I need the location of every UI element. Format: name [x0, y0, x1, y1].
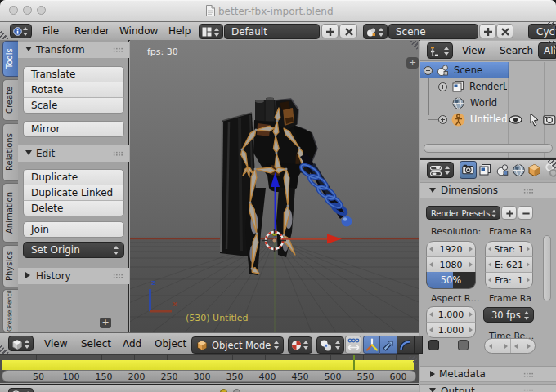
scale-button[interactable]: Scale: [23, 97, 124, 114]
aspect-x-field[interactable]: 1.000: [426, 306, 476, 323]
editor-type-selector-3dview[interactable]: [8, 336, 34, 351]
v3d-menu-select[interactable]: Select: [81, 338, 111, 350]
area-corner-icon[interactable]: [0, 29, 10, 39]
selectability-cursor-icon[interactable]: [529, 113, 540, 127]
tab-object[interactable]: [527, 163, 541, 177]
panel-header-edit[interactable]: Edit: [18, 145, 129, 162]
tab-create[interactable]: Create: [2, 79, 18, 121]
panel-header-metadata[interactable]: Metadata: [420, 366, 556, 382]
rotate-button[interactable]: Rotate: [23, 82, 124, 98]
frame-rate-dropdown[interactable]: 30 fps: [483, 307, 534, 323]
timeline[interactable]: 50 100 150 200 250 300 350 400 450 500 5…: [0, 355, 419, 383]
zoom-window-icon[interactable]: [37, 6, 46, 15]
keying-set-icon[interactable]: [233, 389, 240, 392]
collapse-icon[interactable]: [424, 66, 433, 75]
panel-grip-icon[interactable]: [113, 151, 123, 157]
scene-icon-button[interactable]: [363, 24, 388, 39]
viewport-shading-dropdown[interactable]: [288, 336, 312, 354]
visibility-eye-icon[interactable]: [509, 114, 522, 125]
remove-preset-button[interactable]: [518, 206, 533, 220]
expand-icon[interactable]: [438, 82, 447, 91]
join-button[interactable]: Join: [23, 221, 124, 238]
tab-tools[interactable]: Tools: [2, 41, 18, 77]
expand-icon[interactable]: [438, 115, 447, 124]
delete-button[interactable]: Delete: [23, 200, 124, 216]
aspect-y-field[interactable]: 1.000: [426, 322, 476, 338]
manipulator-rotate-button[interactable]: [397, 336, 415, 354]
scene-dropdown[interactable]: Scene: [388, 24, 478, 39]
menu-window[interactable]: Window: [119, 25, 158, 37]
properties-scrollbar[interactable]: [543, 235, 551, 301]
resolution-x-field[interactable]: 1920: [426, 241, 476, 257]
panel-grip-icon[interactable]: [523, 389, 534, 392]
editor-type-selector-info[interactable]: [10, 24, 32, 38]
menu-render[interactable]: Render: [74, 25, 110, 37]
frame-end-field[interactable]: E: 621: [485, 256, 533, 273]
tab-world[interactable]: [512, 163, 526, 177]
panel-header-history[interactable]: History: [18, 268, 129, 284]
translate-button[interactable]: Translate: [23, 66, 124, 82]
duplicate-button[interactable]: Duplicate: [23, 169, 124, 185]
manipulator-scale-button[interactable]: [415, 336, 423, 354]
tab-animation[interactable]: Animation: [2, 183, 18, 243]
resolution-percentage-slider[interactable]: 50%: [426, 272, 476, 289]
minimize-window-icon[interactable]: [23, 6, 32, 15]
frame-start-field[interactable]: Star: 1: [485, 241, 533, 257]
outliner-row-untitled[interactable]: Untitled: [420, 111, 556, 127]
panel-grip-icon[interactable]: [113, 274, 123, 279]
v3d-menu-view[interactable]: View: [44, 338, 67, 350]
add-scene-button[interactable]: [479, 24, 496, 38]
delete-scene-button[interactable]: [496, 24, 513, 38]
tab-render-layers[interactable]: [478, 163, 492, 177]
delete-layout-button[interactable]: [339, 24, 357, 38]
manipulator-toggle-button[interactable]: [363, 336, 380, 354]
mode-dropdown[interactable]: Object Mode: [191, 336, 284, 354]
panel-header-transform[interactable]: Transform: [18, 42, 129, 58]
panel-grip-icon[interactable]: [523, 372, 534, 378]
editor-type-selector-outliner[interactable]: [427, 42, 453, 59]
outliner-menu-view[interactable]: View: [462, 45, 485, 56]
menu-help[interactable]: Help: [168, 25, 191, 37]
panel-grip-icon[interactable]: [113, 47, 123, 53]
timeline-scrollbar[interactable]: 50 100 150 200 250 300 350 400 450 500 5…: [2, 370, 416, 382]
v3d-menu-object[interactable]: Object: [155, 338, 186, 350]
expand-properties-region-button[interactable]: +: [406, 57, 419, 69]
panel-header-dimensions[interactable]: Dimensions: [420, 182, 556, 198]
tab-render[interactable]: [460, 161, 477, 179]
editor-type-selector-properties[interactable]: [427, 162, 454, 178]
outliner-menu-search[interactable]: Search: [500, 45, 533, 56]
renderability-camera-icon[interactable]: [543, 114, 556, 125]
pivot-point-dropdown[interactable]: [316, 336, 344, 354]
tab-relations[interactable]: Relations: [2, 123, 18, 181]
panel-header-output[interactable]: Output: [420, 384, 556, 392]
add-preset-button[interactable]: [501, 206, 517, 220]
tab-grease-pencil[interactable]: Grease Pencil: [2, 289, 18, 332]
frame-range-band[interactable]: [2, 360, 414, 370]
manipulate-centers-toggle[interactable]: [345, 336, 361, 354]
outliner-row-scene[interactable]: Scene: [420, 62, 509, 78]
outliner-row-renderlayers[interactable]: RenderLa: [420, 78, 556, 95]
screen-layout-icon-button[interactable]: [199, 24, 223, 39]
screen-layout-dropdown[interactable]: Default: [224, 24, 320, 39]
outliner-scrollbar[interactable]: [424, 144, 553, 153]
duplicate-linked-button[interactable]: Duplicate Linked: [23, 185, 124, 201]
resolution-y-field[interactable]: 1080: [426, 256, 476, 273]
add-layout-button[interactable]: [321, 24, 339, 38]
menu-file[interactable]: File: [43, 25, 59, 37]
set-origin-dropdown[interactable]: Set Origin: [23, 242, 124, 258]
render-presets-dropdown[interactable]: Render Presets: [426, 206, 500, 220]
crop-checkbox[interactable]: [458, 340, 469, 350]
mirror-button[interactable]: Mirror: [23, 121, 124, 137]
autokey-record-icon[interactable]: [220, 389, 227, 392]
v3d-menu-add[interactable]: Add: [123, 338, 141, 350]
tab-physics[interactable]: Physics: [2, 245, 18, 287]
viewport-3d[interactable]: z x fps: 30 (530) Untitled +: [130, 40, 419, 332]
editor-type-selector-timeline[interactable]: [8, 388, 34, 392]
add-tab-button[interactable]: +: [100, 318, 111, 328]
border-checkbox[interactable]: [428, 340, 439, 350]
manipulator-translate-button[interactable]: [380, 336, 397, 354]
tab-scene[interactable]: [495, 163, 509, 177]
time-remapping-stepper[interactable]: [484, 338, 536, 354]
current-frame-indicator[interactable]: [353, 355, 355, 370]
close-window-icon[interactable]: [9, 6, 18, 15]
